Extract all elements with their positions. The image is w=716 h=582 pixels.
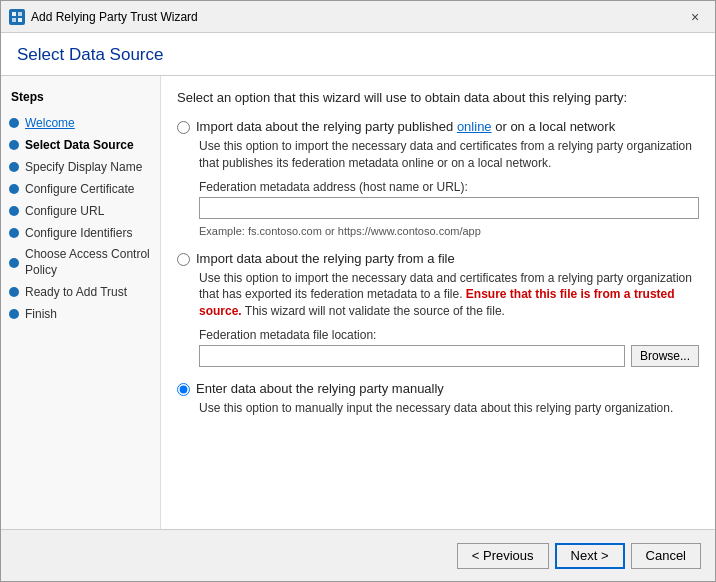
sidebar-label-finish: Finish (25, 307, 57, 321)
sidebar-label-access: Choose Access Control Policy (25, 247, 150, 278)
sidebar-dot-finish (9, 309, 19, 319)
sidebar-label-welcome: Welcome (25, 116, 75, 130)
sidebar-label-cert: Configure Certificate (25, 182, 134, 196)
option-online-description: Use this option to import the necessary … (199, 138, 699, 172)
sidebar-dot-welcome (9, 118, 19, 128)
sidebar-label-displayname: Specify Display Name (25, 160, 142, 174)
cancel-button[interactable]: Cancel (631, 543, 701, 569)
federation-address-example: Example: fs.contoso.com or https://www.c… (199, 225, 699, 237)
steps-label: Steps (1, 86, 160, 112)
title-bar: Add Relying Party Trust Wizard × (1, 1, 715, 33)
sidebar-dot-cert (9, 184, 19, 194)
option-file-group: Import data about the relying party from… (177, 251, 699, 367)
federation-address-input[interactable] (199, 197, 699, 219)
federation-file-label: Federation metadata file location: (199, 328, 699, 342)
sidebar-item-configure-identifiers: Configure Identifiers (1, 222, 160, 244)
page-title: Select Data Source (17, 45, 699, 65)
sidebar-item-ready: Ready to Add Trust (1, 281, 160, 303)
window-title: Add Relying Party Trust Wizard (31, 10, 683, 24)
sidebar-dot-access (9, 258, 19, 268)
svg-rect-0 (12, 12, 16, 16)
sidebar-label-select: Select Data Source (25, 138, 134, 152)
sidebar-item-specify-display-name: Specify Display Name (1, 156, 160, 178)
window-icon (9, 9, 25, 25)
sidebar-item-choose-access-control: Choose Access Control Policy (1, 244, 160, 281)
sidebar-dot-identifiers (9, 228, 19, 238)
federation-file-input-row: Browse... (199, 345, 699, 367)
federation-file-input[interactable] (199, 345, 625, 367)
option-online-radio[interactable] (177, 121, 190, 134)
sidebar-dot-url (9, 206, 19, 216)
content-area: Steps Welcome Select Data Source Specify… (1, 76, 715, 529)
sidebar-item-select-data-source: Select Data Source (1, 134, 160, 156)
sidebar-item-welcome[interactable]: Welcome (1, 112, 160, 134)
instruction-text: Select an option that this wizard will u… (177, 90, 699, 105)
sidebar-label-url: Configure URL (25, 204, 104, 218)
footer: < Previous Next > Cancel (1, 529, 715, 581)
option-manual-label[interactable]: Enter data about the relying party manua… (196, 381, 444, 396)
main-panel: Select an option that this wizard will u… (161, 76, 715, 529)
previous-button[interactable]: < Previous (457, 543, 549, 569)
svg-rect-2 (12, 18, 16, 22)
option-manual-radio[interactable] (177, 383, 190, 396)
svg-rect-3 (18, 18, 22, 22)
option-online-label[interactable]: Import data about the relying party publ… (196, 119, 615, 134)
option-online-group: Import data about the relying party publ… (177, 119, 699, 237)
browse-button[interactable]: Browse... (631, 345, 699, 367)
federation-address-label: Federation metadata address (host name o… (199, 180, 699, 194)
svg-rect-1 (18, 12, 22, 16)
sidebar-item-configure-certificate: Configure Certificate (1, 178, 160, 200)
sidebar-dot-ready (9, 287, 19, 297)
close-button[interactable]: × (683, 7, 707, 27)
next-button[interactable]: Next > (555, 543, 625, 569)
sidebar-label-identifiers: Configure Identifiers (25, 226, 132, 240)
option-online-row: Import data about the relying party publ… (177, 119, 699, 134)
option-file-description: Use this option to import the necessary … (199, 270, 699, 320)
warn-text: Ensure that this file is from a trusted … (199, 287, 675, 318)
option-file-label[interactable]: Import data about the relying party from… (196, 251, 455, 266)
sidebar-item-finish: Finish (1, 303, 160, 325)
option-manual-group: Enter data about the relying party manua… (177, 381, 699, 417)
option-manual-row: Enter data about the relying party manua… (177, 381, 699, 396)
sidebar: Steps Welcome Select Data Source Specify… (1, 76, 161, 529)
sidebar-item-configure-url: Configure URL (1, 200, 160, 222)
page-header: Select Data Source (1, 33, 715, 76)
sidebar-dot-select (9, 140, 19, 150)
option-manual-description: Use this option to manually input the ne… (199, 400, 699, 417)
wizard-window: Add Relying Party Trust Wizard × Select … (0, 0, 716, 582)
sidebar-dot-displayname (9, 162, 19, 172)
option-file-row: Import data about the relying party from… (177, 251, 699, 266)
federation-address-input-row (199, 197, 699, 219)
sidebar-label-ready: Ready to Add Trust (25, 285, 127, 299)
online-link: online (457, 119, 492, 134)
option-file-radio[interactable] (177, 253, 190, 266)
